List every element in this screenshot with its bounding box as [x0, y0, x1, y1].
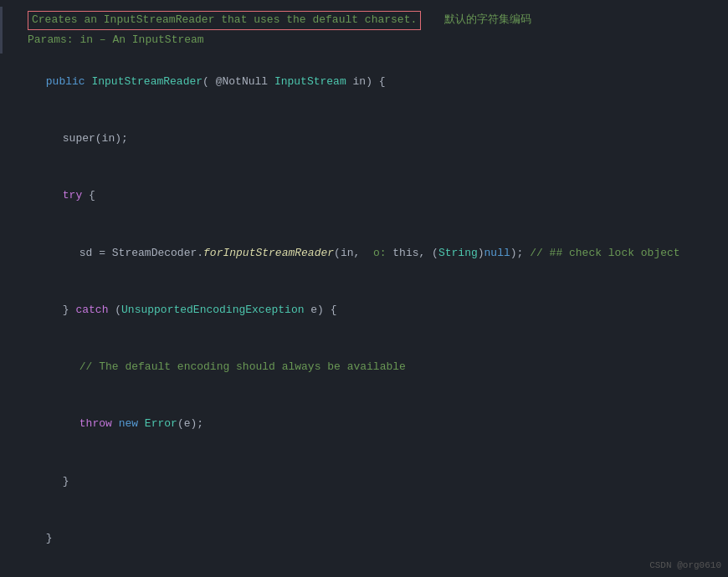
section1-doc: Creates an InputStreamReader that uses t…: [0, 7, 728, 54]
code-line: public InputStreamReader( @NotNull Input…: [0, 54, 728, 110]
code-container: Creates an InputStreamReader that uses t…: [0, 0, 728, 577]
code-line: // The default encoding should always be…: [0, 339, 728, 396]
code-line: } catch (UnsupportedEncodingException e)…: [0, 282, 728, 339]
code-line: throw new Error(e);: [0, 396, 728, 452]
code-line: sd = StreamDecoder.forInputStreamReader(…: [0, 224, 728, 281]
chinese-note: 默认的字符集编码: [444, 13, 531, 25]
summary-highlight-box: Creates an InputStreamReader that uses t…: [28, 11, 421, 30]
code-line: }: [0, 510, 728, 567]
section1-summary: Creates an InputStreamReader that uses t…: [3, 10, 728, 31]
section1-code: public InputStreamReader( @NotNull Input…: [0, 54, 728, 568]
watermark: CSDN @org0610: [649, 560, 721, 570]
section1-param-in: Params: in – An InputStream: [3, 31, 728, 50]
code-line: super(in);: [0, 110, 728, 167]
code-line: }: [0, 453, 728, 510]
code-line: try {: [0, 167, 728, 224]
